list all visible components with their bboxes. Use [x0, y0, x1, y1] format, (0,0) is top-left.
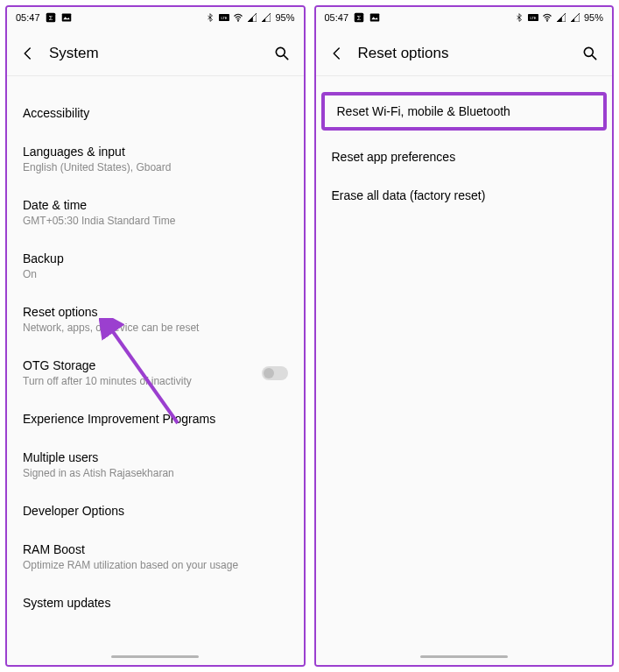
wifi-icon [233, 12, 243, 23]
status-time: 05:47 [325, 12, 349, 23]
item-reset-app-preferences[interactable]: Reset app preferences [316, 138, 613, 176]
item-title: Date & time [23, 198, 288, 212]
item-reset-wifi-mobile-bluetooth[interactable]: Reset Wi-Fi, mobile & Bluetooth [321, 92, 608, 131]
item-subtitle: On [23, 268, 288, 280]
item-title: System updates [23, 596, 288, 610]
item-reset-options[interactable]: Reset options Network, apps, or device c… [7, 293, 304, 346]
item-title: RAM Boost [23, 542, 288, 556]
search-button[interactable] [580, 44, 600, 63]
reset-options-list: Reset Wi-Fi, mobile & Bluetooth Reset ap… [316, 76, 613, 665]
svg-text:Σ: Σ [48, 14, 53, 22]
item-title: Multiple users [23, 450, 288, 464]
item-subtitle: Optimize RAM utilization based on your u… [23, 559, 288, 571]
status-time: 05:47 [16, 12, 40, 23]
svg-line-12 [284, 56, 287, 60]
item-subtitle: Network, apps, or device can be reset [23, 322, 288, 334]
svg-point-21 [546, 20, 548, 22]
svg-line-27 [593, 56, 596, 60]
item-experience-improvement[interactable]: Experience Improvement Programs [7, 400, 304, 438]
item-backup[interactable]: Backup On [7, 239, 304, 293]
svg-rect-2 [61, 14, 71, 22]
svg-marker-24 [571, 13, 580, 22]
item-title: Reset app preferences [332, 150, 597, 164]
svg-marker-25 [571, 18, 574, 22]
volte-icon: LTE [219, 12, 229, 23]
item-multiple-users[interactable]: Multiple users Signed in as Atish Rajase… [7, 438, 304, 492]
item-subtitle: GMT+05:30 India Standard Time [23, 215, 288, 227]
phone-screen-reset-options: 05:47 Σ LTE 95% [314, 5, 615, 667]
app-icon-sigma: Σ [354, 12, 364, 23]
svg-text:LTE: LTE [222, 16, 228, 20]
gallery-icon [369, 12, 380, 23]
signal-icon-1 [556, 12, 566, 23]
svg-rect-17 [370, 14, 380, 22]
bluetooth-icon [205, 12, 215, 23]
page-title: Reset options [358, 45, 449, 62]
item-system-updates[interactable]: System updates [7, 584, 304, 622]
nav-handle[interactable] [111, 655, 199, 658]
wifi-icon [542, 12, 552, 23]
bluetooth-icon [514, 12, 524, 23]
item-title: Accessibility [23, 106, 288, 120]
settings-list: Accessibility Languages & input English … [7, 76, 304, 665]
item-title: Languages & input [23, 145, 288, 159]
status-battery: 95% [275, 12, 294, 23]
otg-toggle[interactable] [262, 366, 288, 380]
item-title: Developer Options [23, 504, 288, 518]
item-subtitle: Turn off after 10 minutes of inactivity [23, 375, 253, 387]
svg-marker-9 [262, 13, 271, 22]
item-erase-all-data[interactable]: Erase all data (factory reset) [316, 176, 613, 215]
item-title: Erase all data (factory reset) [332, 188, 597, 202]
nav-handle[interactable] [420, 655, 508, 658]
svg-text:LTE: LTE [530, 16, 536, 20]
item-ram-boost[interactable]: RAM Boost Optimize RAM utilization based… [7, 530, 304, 584]
svg-marker-8 [248, 17, 253, 22]
status-bar: 05:47 Σ LTE 95% [7, 7, 304, 28]
volte-icon: LTE [528, 12, 538, 23]
back-button[interactable] [328, 45, 346, 62]
item-date-time[interactable]: Date & time GMT+05:30 India Standard Tim… [7, 186, 304, 239]
header-bar: System [7, 28, 304, 76]
item-title: OTG Storage [23, 358, 253, 372]
status-bar: 05:47 Σ LTE 95% [316, 7, 613, 28]
header-bar: Reset options [316, 28, 613, 76]
item-subtitle: English (United States), Gboard [23, 161, 288, 173]
svg-point-6 [238, 20, 240, 22]
svg-point-26 [584, 47, 593, 56]
svg-point-11 [276, 47, 285, 56]
item-subtitle: Signed in as Atish Rajasekharan [23, 467, 288, 479]
item-accessibility[interactable]: Accessibility [7, 94, 304, 132]
back-button[interactable] [19, 45, 37, 62]
search-button[interactable] [272, 44, 292, 63]
item-developer-options[interactable]: Developer Options [7, 492, 304, 530]
item-otg-storage[interactable]: OTG Storage Turn off after 10 minutes of… [7, 346, 304, 400]
signal-icon-2 [570, 12, 580, 23]
status-battery: 95% [584, 12, 603, 23]
page-title: System [49, 45, 99, 62]
item-title: Reset Wi-Fi, mobile & Bluetooth [337, 104, 592, 118]
phone-screen-system: 05:47 Σ LTE 95% [5, 5, 306, 667]
gallery-icon [61, 12, 72, 23]
signal-icon-1 [247, 12, 257, 23]
app-icon-sigma: Σ [46, 12, 56, 23]
item-title: Reset options [23, 305, 288, 319]
item-title: Backup [23, 251, 288, 265]
signal-icon-2 [261, 12, 271, 23]
svg-text:Σ: Σ [357, 14, 362, 22]
item-title: Experience Improvement Programs [23, 412, 288, 426]
item-languages-input[interactable]: Languages & input English (United States… [7, 132, 304, 186]
